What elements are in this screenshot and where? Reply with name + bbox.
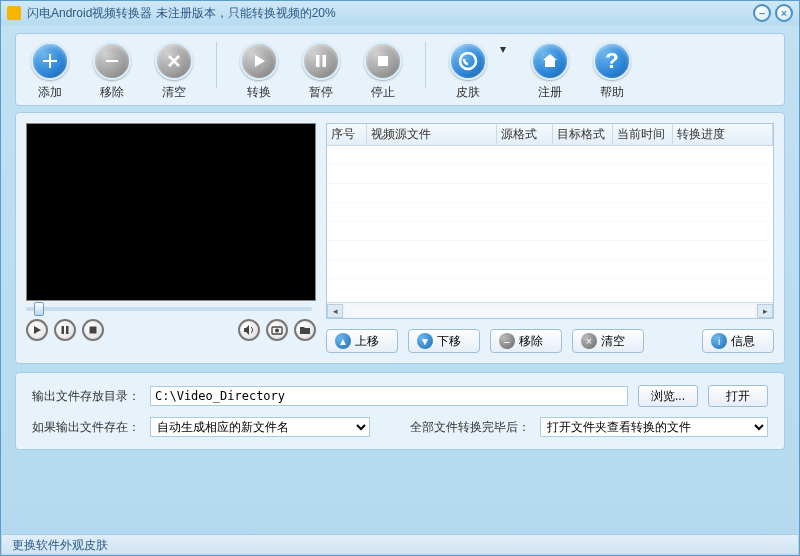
clear-button[interactable]: 清空: [152, 42, 196, 101]
skin-dropdown[interactable]: ▾: [500, 42, 510, 56]
play-icon: [240, 42, 278, 80]
horizontal-scrollbar[interactable]: ◂ ▸: [327, 302, 773, 318]
file-table[interactable]: 序号 视频源文件 源格式 目标格式 当前时间 转换进度 ◂ ▸: [326, 123, 774, 319]
arrow-down-icon: ▼: [417, 333, 433, 349]
pause-button[interactable]: 暂停: [299, 42, 343, 101]
volume-button[interactable]: [238, 319, 260, 341]
settings-panel: 输出文件存放目录： 浏览... 打开 如果输出文件存在： 自动生成相应的新文件名…: [15, 372, 785, 450]
movedown-button[interactable]: ▼下移: [408, 329, 480, 353]
x-icon: [155, 42, 193, 80]
separator: [216, 42, 217, 88]
svg-rect-3: [378, 56, 388, 66]
home-icon: [531, 42, 569, 80]
scroll-right-button[interactable]: ▸: [757, 304, 773, 318]
info-icon: i: [711, 333, 727, 349]
skin-icon: [449, 42, 487, 80]
content-area: 序号 视频源文件 源格式 目标格式 当前时间 转换进度 ◂ ▸ ▲上移 ▼下移 …: [15, 112, 785, 364]
col-source[interactable]: 视频源文件: [367, 124, 497, 145]
stop-icon: [364, 42, 402, 80]
close-button[interactable]: ×: [775, 4, 793, 22]
col-index[interactable]: 序号: [327, 124, 367, 145]
outdir-input[interactable]: [150, 386, 628, 406]
play-small-button[interactable]: [26, 319, 48, 341]
minimize-button[interactable]: –: [753, 4, 771, 22]
afterall-select[interactable]: 打开文件夹查看转换的文件: [540, 417, 768, 437]
app-icon: [7, 6, 21, 20]
svg-rect-0: [106, 60, 118, 62]
open-button[interactable]: 打开: [708, 385, 768, 407]
slider-thumb[interactable]: [34, 302, 44, 316]
add-button[interactable]: 添加: [28, 42, 72, 101]
col-curtime[interactable]: 当前时间: [613, 124, 673, 145]
x-icon: ×: [581, 333, 597, 349]
list-remove-button[interactable]: –移除: [490, 329, 562, 353]
list-clear-button[interactable]: ×清空: [572, 329, 644, 353]
status-text: 更换软件外观皮肤: [12, 538, 108, 552]
status-bar: 更换软件外观皮肤: [2, 534, 798, 554]
outdir-label: 输出文件存放目录：: [32, 388, 140, 405]
ifexist-label: 如果输出文件存在：: [32, 419, 140, 436]
window-title: 闪电Android视频转换器 未注册版本，只能转换视频的20%: [27, 5, 753, 22]
afterall-label: 全部文件转换完毕后：: [410, 419, 530, 436]
svg-rect-1: [316, 55, 320, 67]
app-window: 闪电Android视频转换器 未注册版本，只能转换视频的20% – × 添加 移…: [0, 0, 800, 556]
convert-button[interactable]: 转换: [237, 42, 281, 101]
stop-button[interactable]: 停止: [361, 42, 405, 101]
svg-point-9: [275, 329, 279, 333]
svg-rect-5: [62, 326, 65, 334]
info-button[interactable]: i信息: [702, 329, 774, 353]
stop-small-button[interactable]: [82, 319, 104, 341]
help-button[interactable]: ? 帮助: [590, 42, 634, 101]
col-srcfmt[interactable]: 源格式: [497, 124, 553, 145]
svg-rect-2: [323, 55, 327, 67]
scroll-left-button[interactable]: ◂: [327, 304, 343, 318]
col-dstfmt[interactable]: 目标格式: [553, 124, 613, 145]
titlebar: 闪电Android视频转换器 未注册版本，只能转换视频的20% – ×: [1, 1, 799, 25]
separator: [425, 42, 426, 88]
svg-rect-7: [90, 327, 97, 334]
svg-point-4: [460, 53, 476, 69]
preview-panel: [26, 123, 316, 353]
moveup-button[interactable]: ▲上移: [326, 329, 398, 353]
pause-icon: [302, 42, 340, 80]
table-header: 序号 视频源文件 源格式 目标格式 当前时间 转换进度: [327, 124, 773, 146]
ifexist-select[interactable]: 自动生成相应的新文件名: [150, 417, 370, 437]
toolbar: 添加 移除 清空 转换 暂停 停止 皮肤 ▾ 注册: [15, 33, 785, 106]
pause-small-button[interactable]: [54, 319, 76, 341]
remove-button[interactable]: 移除: [90, 42, 134, 101]
minus-icon: [93, 42, 131, 80]
snapshot-button[interactable]: [266, 319, 288, 341]
col-progress[interactable]: 转换进度: [673, 124, 773, 145]
table-body[interactable]: [327, 146, 773, 306]
video-preview: [26, 123, 316, 301]
folder-button[interactable]: [294, 319, 316, 341]
skin-button[interactable]: 皮肤: [446, 42, 490, 101]
list-panel: 序号 视频源文件 源格式 目标格式 当前时间 转换进度 ◂ ▸ ▲上移 ▼下移 …: [326, 123, 774, 353]
register-button[interactable]: 注册: [528, 42, 572, 101]
minus-icon: –: [499, 333, 515, 349]
help-icon: ?: [593, 42, 631, 80]
browse-button[interactable]: 浏览...: [638, 385, 698, 407]
plus-icon: [31, 42, 69, 80]
svg-rect-6: [66, 326, 69, 334]
arrow-up-icon: ▲: [335, 333, 351, 349]
seek-slider[interactable]: [26, 307, 316, 311]
